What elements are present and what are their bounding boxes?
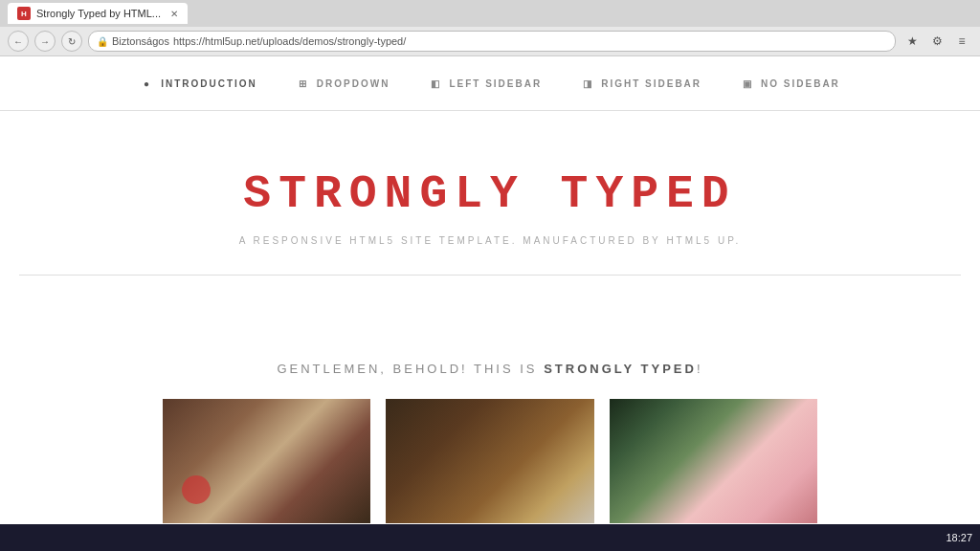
- security-label: Biztonságos: [112, 35, 169, 47]
- nav-item-dropdown[interactable]: ⊞ Dropdown: [296, 76, 390, 91]
- hero-title: Strongly Typed: [19, 168, 961, 220]
- tab-close-button[interactable]: ✕: [170, 9, 178, 19]
- hero-divider: [19, 275, 961, 276]
- address-bar[interactable]: 🔒 Biztonságos https://html5up.net/upload…: [88, 31, 896, 52]
- section-heading-suffix: !: [697, 362, 703, 376]
- dropdown-icon: ⊞: [296, 76, 311, 91]
- browser-tab[interactable]: H Strongly Typed by HTML... ✕: [8, 3, 188, 24]
- nav-label-no-sidebar: No Sidebar: [761, 78, 840, 89]
- image-grid: [163, 399, 817, 523]
- main-section: Gentlemen, behold! This is Strongly Type…: [0, 342, 980, 551]
- hero-subtitle: A responsive HTML5 site template. Manufa…: [19, 235, 961, 246]
- section-heading-strong: Strongly Typed: [544, 362, 697, 376]
- taskbar: 18:27: [0, 524, 980, 551]
- bookmark-button[interactable]: ★: [902, 31, 923, 52]
- image-food: [386, 399, 593, 523]
- tab-favicon: H: [17, 7, 31, 20]
- nav-label-left-sidebar: Left Sidebar: [449, 78, 542, 89]
- forward-button[interactable]: →: [34, 31, 56, 52]
- left-sidebar-icon: ◧: [428, 76, 443, 91]
- nav-item-introduction[interactable]: ● Introduction: [140, 76, 257, 91]
- page-content: ● Introduction ⊞ Dropdown ◧ Left Sidebar…: [0, 56, 980, 551]
- site-navigation: ● Introduction ⊞ Dropdown ◧ Left Sidebar…: [0, 56, 980, 111]
- image-flowers: [610, 399, 817, 523]
- right-sidebar-icon: ◨: [580, 76, 595, 91]
- refresh-button[interactable]: ↻: [61, 31, 82, 52]
- nav-label-introduction: Introduction: [161, 78, 257, 89]
- browser-title-bar: H Strongly Typed by HTML... ✕: [0, 0, 980, 27]
- nav-item-right-sidebar[interactable]: ◨ Right Sidebar: [580, 76, 702, 91]
- menu-button[interactable]: ≡: [951, 31, 972, 52]
- nav-item-no-sidebar[interactable]: ▣ No Sidebar: [740, 76, 840, 91]
- section-heading: Gentlemen, behold! This is Strongly Type…: [163, 362, 817, 376]
- nav-label-right-sidebar: Right Sidebar: [601, 78, 702, 89]
- image-newspapers: [163, 399, 370, 523]
- nav-item-left-sidebar[interactable]: ◧ Left Sidebar: [428, 76, 542, 91]
- nav-label-dropdown: Dropdown: [317, 78, 390, 89]
- back-button[interactable]: ←: [8, 31, 29, 52]
- address-text: https://html5up.net/uploads/demos/strong…: [173, 35, 406, 47]
- taskbar-time: 18:27: [946, 532, 972, 543]
- introduction-icon: ●: [140, 76, 155, 91]
- browser-chrome: H Strongly Typed by HTML... ✕ ← → ↻ 🔒 Bi…: [0, 0, 980, 56]
- extensions-button[interactable]: ⚙: [926, 31, 947, 52]
- browser-toolbar: ← → ↻ 🔒 Biztonságos https://html5up.net/…: [0, 27, 980, 55]
- tab-title: Strongly Typed by HTML...: [36, 8, 161, 19]
- no-sidebar-icon: ▣: [740, 76, 755, 91]
- browser-actions: ★ ⚙ ≡: [902, 31, 972, 52]
- hero-section: Strongly Typed A responsive HTML5 site t…: [0, 111, 980, 342]
- lock-icon: 🔒: [97, 36, 108, 47]
- section-heading-prefix: Gentlemen, behold! This is: [277, 362, 544, 376]
